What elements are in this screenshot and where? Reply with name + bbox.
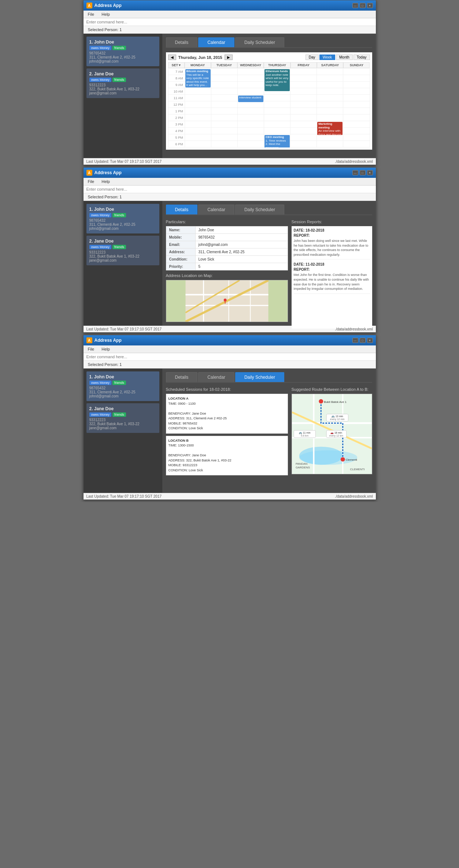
status-bar-1: Last Updated: Tue Mar 07 19:17:10 SGT 20… <box>84 158 376 165</box>
main-content-1: 1. John Doe owes Money friends 98765432 … <box>84 34 376 158</box>
session-reports-2: DATE: 18-02-2018 REPORT: John has been d… <box>292 226 372 329</box>
report-text-2: Met John for the first time. Condition i… <box>294 273 370 291</box>
menu-file-1[interactable]: File <box>86 11 96 17</box>
detail-row-name: Name: John Doe <box>166 227 288 234</box>
maximize-button-2[interactable]: □ <box>360 170 366 175</box>
route-map-3: Bukit Batok Ave 1 Clementi 🚌 13 min ever… <box>292 394 372 474</box>
contact-address-6: 322, Bukit Batok Ave 1, #03-22 <box>89 422 156 426</box>
tag-row-2: owes Money friends <box>89 78 156 82</box>
detail-row-mobile: Mobile: 98765432 <box>166 234 288 241</box>
menu-bar-1: File Help <box>84 11 376 18</box>
cal-view-today-1[interactable]: Today <box>353 55 370 60</box>
session-condition-1: CONDITION: Love Sick <box>169 426 203 430</box>
svg-text:Clementi: Clementi <box>345 458 357 461</box>
report-date-2: DATE: 11-02-2018 <box>294 262 370 266</box>
window-2: A Address App — □ ✕ File Help Selected P… <box>83 167 376 333</box>
minimize-button-2[interactable]: — <box>352 170 358 175</box>
svg-text:🚌 13 min: 🚌 13 min <box>332 415 343 418</box>
tab-details-2[interactable]: Details <box>166 205 198 214</box>
window-title-3: Address App <box>95 338 352 343</box>
menu-help-1[interactable]: Help <box>100 11 111 17</box>
menu-file-2[interactable]: File <box>86 179 96 184</box>
menu-file-3[interactable]: File <box>86 346 96 352</box>
svg-text:PANDAN: PANDAN <box>295 462 307 465</box>
contact-card-2[interactable]: 2. Jane Doe owes Money friends 93312223 … <box>86 68 159 98</box>
cal-view-month-1[interactable]: Month <box>336 55 353 60</box>
detail-row-priority: Priority: 5 <box>166 263 288 270</box>
cal-view-day-1[interactable]: Day <box>306 55 319 60</box>
cal-next-btn-1[interactable]: ▶ <box>225 55 233 60</box>
cal-row-7am: 7 AM Bitcoin meetingThis will be a very … <box>168 68 370 75</box>
report-text-1: John has been doing well since we last m… <box>294 239 370 257</box>
tab-calendar-1[interactable]: Calendar <box>198 37 234 47</box>
contact-phone-3: 98765432 <box>89 218 156 222</box>
menu-bar-2: File Help <box>84 178 376 186</box>
minimize-button-1[interactable]: — <box>352 3 358 8</box>
cal-col-sat: SATURDAY <box>317 62 343 68</box>
menu-help-3[interactable]: Help <box>100 346 111 352</box>
tab-scheduler-1[interactable]: Daily Scheduler <box>235 37 284 47</box>
maximize-button-3[interactable]: □ <box>360 338 366 343</box>
contact-card-6[interactable]: 2. Jane Doe owes Money friends 93312223 … <box>86 403 159 433</box>
window-title-2: Address App <box>95 170 352 175</box>
tab-details-3[interactable]: Details <box>166 372 198 382</box>
contact-card-5[interactable]: 1. John Doe owes Money friends 98765432 … <box>86 371 159 401</box>
detail-label-mobile: Mobile: <box>166 234 195 241</box>
tab-calendar-3[interactable]: Calendar <box>198 372 234 382</box>
tag-money-4: owes Money <box>89 245 112 249</box>
session-location-2: LOCATION B <box>169 439 189 442</box>
contact-name-1: 1. John Doe <box>89 40 156 45</box>
session-mobile-2: MOBILE: 93312223 <box>169 463 197 467</box>
session-beneficiary-1: BENEFICIARY: Jane Doe <box>169 412 206 415</box>
contact-name-4: 2. Jane Doe <box>89 239 156 244</box>
tag-friends-3: friends <box>112 213 126 217</box>
map-svg-2 <box>166 280 288 322</box>
cal-prev-btn-1[interactable]: ◀ <box>168 55 176 60</box>
contact-name-6: 2. Jane Doe <box>89 406 156 411</box>
app-icon-3: A <box>86 337 92 343</box>
tag-friends-2: friends <box>112 78 126 82</box>
window-controls-2: — □ ✕ <box>352 170 373 175</box>
details-container-2: Particulars: Name: John Doe Mobile: 9876… <box>166 220 372 322</box>
menu-help-2[interactable]: Help <box>100 179 111 184</box>
contact-card-3[interactable]: 1. John Doe owes Money friends 98765432 … <box>86 204 159 233</box>
sidebar-1: 1. John Doe owes Money friends 98765432 … <box>84 34 162 158</box>
maximize-button-1[interactable]: □ <box>360 3 366 8</box>
command-input-2[interactable] <box>86 187 373 191</box>
tab-scheduler-2[interactable]: Daily Scheduler <box>235 205 284 214</box>
details-table-2: Name: John Doe Mobile: 98765432 Email: j… <box>166 226 288 270</box>
session-address-1: ADDRESS: 311, Clementi Ave 2 #02-25 <box>169 416 227 420</box>
tab-scheduler-3[interactable]: Daily Scheduler <box>235 372 284 382</box>
cal-row-3pm: 3 PM Marketing meetingAn interview with … <box>168 121 370 128</box>
selected-person-label-1: Selected Person: 1 <box>88 27 122 32</box>
detail-value-condition: Love Sick <box>195 256 288 263</box>
detail-row-condition: Condition: Love Sick <box>166 256 288 263</box>
title-bar-1: A Address App — □ ✕ <box>84 0 376 11</box>
cal-row-8am: 8 AM <box>168 75 370 82</box>
contact-card-4[interactable]: 2. Jane Doe owes Money friends 93312223 … <box>86 236 159 265</box>
cal-col-thu: THURSDAY <box>264 62 290 68</box>
cal-row-6pm: 6 PM <box>168 141 370 147</box>
cal-view-week-1[interactable]: Week <box>319 55 335 60</box>
minimize-button-3[interactable]: — <box>352 338 358 343</box>
close-button-2[interactable]: ✕ <box>367 170 373 175</box>
detail-value-mobile: 98765432 <box>195 234 288 241</box>
status-left-3: Last Updated: Tue Mar 07 19:17:10 SGT 20… <box>86 494 162 498</box>
command-input-1[interactable] <box>86 20 373 24</box>
report-label-2: REPORT: <box>294 267 370 272</box>
contact-name-3: 1. John Doe <box>89 207 156 212</box>
contact-email-4: jane@gmail.com <box>89 258 156 262</box>
command-input-3[interactable] <box>86 355 373 359</box>
map-placeholder-2 <box>166 280 288 322</box>
close-button-3[interactable]: ✕ <box>367 338 373 343</box>
menu-bar-3: File Help <box>84 345 376 353</box>
tab-details-1[interactable]: Details <box>166 37 198 47</box>
cal-row-5pm: 5 PM CEO meeting1. Time reviews2. Meet t… <box>168 134 370 141</box>
scheduler-right-3: Suggested Route Between Location A to B: <box>292 387 372 478</box>
status-right-1: ./data/addressbook.xml <box>335 160 373 164</box>
contact-card-1[interactable]: 1. John Doe owes Money friends 98765432 … <box>86 37 159 66</box>
session-address-2: ADDRESS: 322, Bukit Batok Ave 1, #03-22 <box>169 459 232 462</box>
tab-calendar-2[interactable]: Calendar <box>198 205 234 214</box>
close-button-1[interactable]: ✕ <box>367 3 373 8</box>
cal-body-1: 7 AM Bitcoin meetingThis will be a very … <box>168 68 370 147</box>
